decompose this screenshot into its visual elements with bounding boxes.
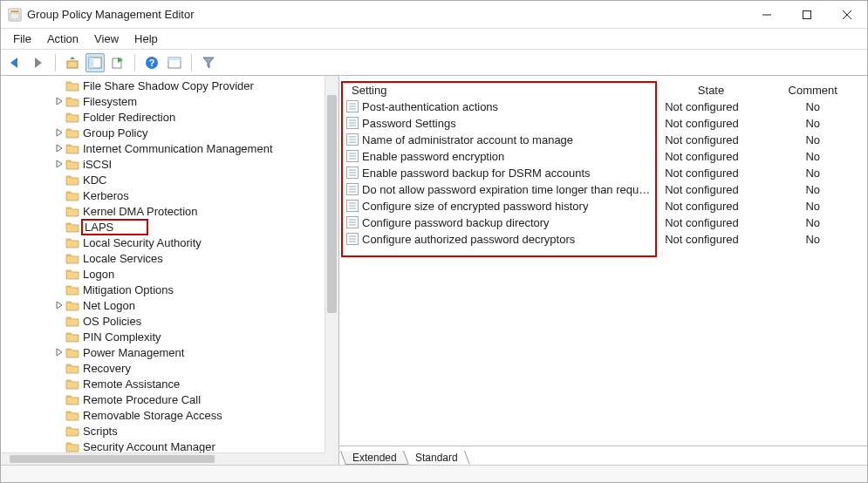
setting-name: Do not allow password expiration time lo… [362,183,658,196]
folder-icon [65,95,79,107]
setting-name: Post-authentication actions [362,100,498,113]
folder-icon [65,126,79,139]
menu-action[interactable]: Action [40,31,85,47]
folder-icon [65,142,79,154]
tree-item-label: Logon [83,268,114,281]
setting-comment: No [764,115,862,132]
tree-item[interactable]: Remote Assistance [1,376,325,391]
tree-item[interactable]: PIN Complexity [1,329,325,344]
tree-item[interactable]: Locale Services [1,250,325,266]
tree-item[interactable]: Power Management [1,344,325,360]
menubar: File Action View Help [1,29,867,50]
minimize-button[interactable] [747,1,787,28]
expander-icon[interactable] [53,346,65,358]
table-row[interactable]: Configure authorized password decryptors… [339,231,862,248]
export-button[interactable] [108,53,127,72]
table-row[interactable]: Post-authentication actionsNot configure… [339,99,862,115]
menu-help[interactable]: Help [127,31,165,47]
tree-item-label: Locale Services [83,252,163,265]
setting-comment: No [764,231,862,248]
menu-view[interactable]: View [87,31,126,47]
expander-icon[interactable] [53,158,65,170]
column-header-setting[interactable]: Setting [339,81,658,99]
tree[interactable]: File Share Shadow Copy ProviderFilesyste… [1,76,325,452]
tree-item-label: Security Account Manager [83,440,215,453]
tree-item[interactable]: File Share Shadow Copy Provider [1,78,325,93]
tree-item[interactable]: Security Account Manager [1,439,325,452]
tree-item[interactable]: Scripts [1,423,325,439]
folder-icon [65,283,79,296]
properties-button[interactable] [165,53,184,72]
tree-item[interactable]: Filesystem [1,93,325,109]
tree-item[interactable]: Kerberos [1,187,325,203]
window-controls [747,1,867,28]
expander-empty [53,315,65,327]
column-header-comment[interactable]: Comment [764,81,862,99]
table-row[interactable]: Enable password backup for DSRM accounts… [339,165,862,181]
expander-empty [53,362,65,374]
filter-button[interactable] [199,53,218,72]
tree-item-label: Remote Procedure Call [83,393,201,406]
tree-item[interactable]: Logon [1,266,325,282]
expander-icon[interactable] [53,95,65,107]
tree-horizontal-scrollbar[interactable] [1,452,325,465]
expander-empty [53,393,65,405]
show-hide-tree-button[interactable] [85,53,105,72]
column-header-state[interactable]: State [658,81,764,99]
tree-item[interactable]: Folder Redirection [1,109,325,125]
expander-icon[interactable] [53,299,65,311]
tree-item[interactable]: Remote Procedure Call [1,391,325,407]
tree-item[interactable]: Group Policy [1,125,325,140]
setting-icon [346,233,359,245]
tab-standard[interactable]: Standard [403,451,470,465]
folder-icon [65,440,79,452]
setting-comment: No [764,165,862,181]
folder-icon [65,79,79,92]
setting-icon [346,133,359,146]
table-row[interactable]: Enable password encryptionNot configured… [339,148,862,165]
tree-item-label: File Share Shadow Copy Provider [83,79,254,92]
tree-item[interactable]: Net Logon [1,297,325,313]
tree-item-label: iSCSI [83,158,112,171]
setting-state: Not configured [658,198,764,214]
table-row[interactable]: Configure password backup directoryNot c… [339,214,862,231]
tree-item[interactable]: iSCSI [1,156,325,172]
help-button[interactable]: ? [142,53,161,72]
setting-comment: No [764,181,862,198]
back-button[interactable] [6,53,25,72]
folder-icon [65,221,79,233]
setting-name: Enable password encryption [362,150,504,163]
tree-item[interactable]: OS Policies [1,313,325,329]
expander-icon[interactable] [53,126,65,139]
expander-icon[interactable] [53,142,65,154]
tree-item-label: Remote Assistance [83,378,180,391]
expander-empty [53,330,65,343]
tree-item[interactable]: Kernel DMA Protection [1,203,325,219]
tree-item-label: Kernel DMA Protection [83,205,198,218]
tree-vertical-scrollbar[interactable] [325,76,338,452]
tree-item[interactable]: LAPS [1,219,325,235]
folder-icon [65,315,79,327]
expander-empty [53,268,65,280]
tree-item[interactable]: Removable Storage Access [1,407,325,423]
tree-item[interactable]: KDC [1,172,325,187]
tree-item[interactable]: Internet Communication Management [1,140,325,156]
close-button[interactable] [827,1,867,28]
forward-button[interactable] [29,53,48,72]
tree-item[interactable]: Local Security Authority [1,235,325,250]
up-button[interactable] [63,53,82,72]
table-row[interactable]: Do not allow password expiration time lo… [339,181,862,198]
tree-item[interactable]: Mitigation Options [1,282,325,297]
tree-item[interactable]: Recovery [1,360,325,376]
setting-name: Configure size of encrypted password his… [362,200,588,213]
menu-file[interactable]: File [6,31,38,47]
tree-item-label: Mitigation Options [83,283,174,296]
tab-extended[interactable]: Extended [340,451,409,465]
maximize-button[interactable] [787,1,827,28]
expander-empty [53,205,65,217]
table-row[interactable]: Name of administrator account to manageN… [339,132,862,148]
setting-name: Configure authorized password decryptors [362,233,575,246]
tree-item-label: Local Security Authority [83,236,202,249]
table-row[interactable]: Password SettingsNot configuredNo [339,115,862,132]
table-row[interactable]: Configure size of encrypted password his… [339,198,862,214]
